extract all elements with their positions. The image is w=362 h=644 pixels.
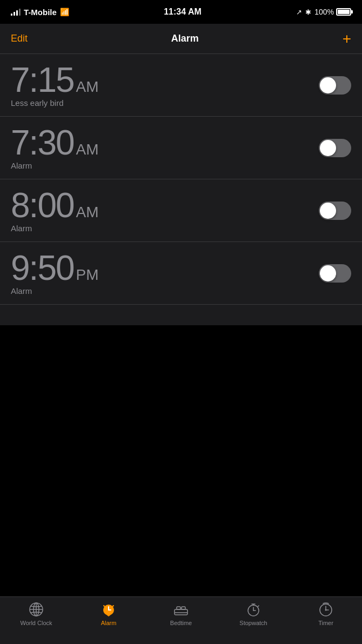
tab-world-clock[interactable]: World Clock	[0, 601, 72, 626]
battery-percent: 100%	[314, 8, 334, 16]
alarm-time-row-2: 7:30 AM	[11, 125, 99, 160]
alarm-ampm-2: AM	[76, 141, 99, 158]
alarm-time-2: 7:30	[11, 125, 74, 160]
alarm-info-2: 7:30 AM Alarm	[11, 125, 99, 170]
page-title: Alarm	[171, 33, 199, 44]
tab-stopwatch-label: Stopwatch	[239, 620, 267, 626]
content-spacer	[0, 325, 362, 596]
nav-bar: Edit Alarm +	[0, 24, 362, 54]
toggle-thumb-3	[320, 203, 336, 219]
battery-fill	[338, 10, 350, 14]
edit-button[interactable]: Edit	[11, 33, 28, 44]
tab-bedtime-label: Bedtime	[170, 620, 192, 626]
location-icon: ↗	[296, 8, 302, 16]
alarm-toggle-4[interactable]	[319, 264, 351, 283]
alarm-time-row-3: 8:00 AM	[11, 188, 99, 223]
alarm-info-4: 9:50 PM Alarm	[11, 251, 99, 296]
alarm-info-3: 8:00 AM Alarm	[11, 188, 99, 233]
tab-world-clock-label: World Clock	[20, 620, 52, 626]
alarm-toggle-1[interactable]	[319, 76, 351, 95]
carrier-label: T-Mobile	[24, 8, 57, 17]
alarm-ampm-1: AM	[76, 78, 99, 96]
status-bar: T-Mobile 📶 11:34 AM ↗ ✱ 100%	[0, 0, 362, 24]
alarm-item-2[interactable]: 7:30 AM Alarm	[0, 117, 362, 179]
tab-timer-label: Timer	[318, 620, 333, 626]
svg-rect-7	[182, 607, 185, 609]
alarm-ampm-4: PM	[76, 266, 99, 284]
bedtime-icon	[173, 601, 189, 618]
tab-timer[interactable]: Timer	[290, 601, 362, 626]
svg-point-16	[325, 609, 327, 611]
alarm-time-row-1: 7:15 AM	[11, 63, 99, 97]
toggle-thumb-4	[320, 265, 336, 281]
alarm-label-4: Alarm	[11, 286, 99, 296]
status-left: T-Mobile 📶	[11, 8, 69, 17]
stopwatch-icon	[245, 601, 262, 618]
alarm-toggle-3[interactable]	[319, 202, 351, 220]
alarm-list: 7:15 AM Less early bird 7:30 AM Alarm 8:…	[0, 54, 362, 325]
alarm-item-4[interactable]: 9:50 PM Alarm	[0, 242, 362, 305]
bluetooth-icon: ✱	[305, 8, 311, 16]
tab-bar: World Clock Alarm Bedtime	[0, 596, 362, 644]
toggle-thumb-1	[320, 77, 336, 93]
alarm-label-3: Alarm	[11, 224, 99, 233]
alarm-label-2: Alarm	[11, 161, 99, 170]
alarm-item-3[interactable]: 8:00 AM Alarm	[0, 179, 362, 242]
signal-bars-icon	[11, 8, 21, 16]
tab-alarm[interactable]: Alarm	[72, 601, 145, 626]
wifi-icon: 📶	[60, 8, 69, 16]
svg-rect-5	[175, 609, 187, 615]
alarm-time-row-4: 9:50 PM	[11, 251, 99, 285]
tab-alarm-label: Alarm	[101, 620, 117, 626]
status-time: 11:34 AM	[164, 7, 202, 17]
alarm-time-1: 7:15	[11, 63, 74, 97]
alarm-info-1: 7:15 AM Less early bird	[11, 63, 99, 108]
alarm-icon	[100, 601, 117, 618]
svg-line-14	[258, 606, 259, 607]
tab-stopwatch[interactable]: Stopwatch	[217, 601, 290, 626]
alarm-time-3: 8:00	[11, 188, 74, 223]
add-alarm-button[interactable]: +	[343, 31, 351, 46]
alarm-time-4: 9:50	[11, 251, 74, 285]
svg-rect-6	[177, 607, 180, 609]
alarm-item-1[interactable]: 7:15 AM Less early bird	[0, 54, 362, 117]
alarm-label-1: Less early bird	[11, 98, 99, 108]
alarm-toggle-2[interactable]	[319, 139, 351, 157]
toggle-thumb-2	[320, 140, 336, 156]
status-right: ↗ ✱ 100%	[296, 8, 351, 16]
battery-container: 100%	[314, 8, 351, 16]
battery-icon	[336, 8, 351, 16]
tab-bedtime[interactable]: Bedtime	[145, 601, 217, 626]
timer-icon	[318, 601, 334, 618]
world-clock-icon	[28, 601, 44, 618]
alarm-ampm-3: AM	[76, 204, 99, 221]
